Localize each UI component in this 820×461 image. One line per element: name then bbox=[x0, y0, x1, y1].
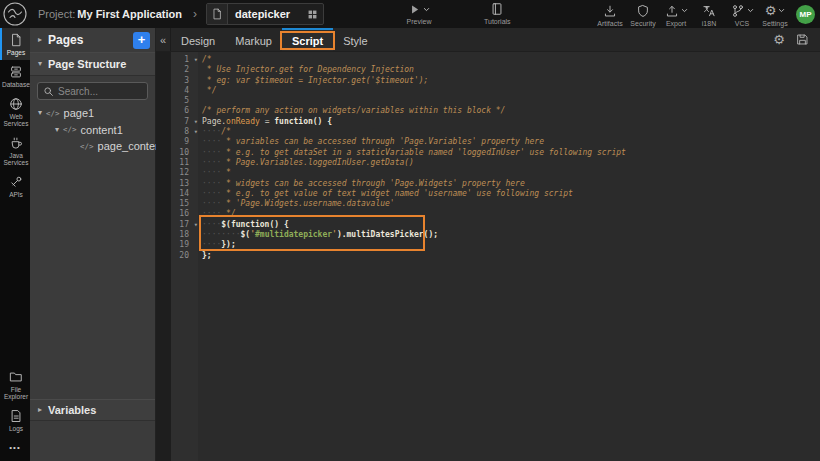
settings-button[interactable]: ⚙Settings bbox=[762, 4, 788, 28]
code-line-20[interactable]: }; bbox=[202, 251, 820, 261]
artifacts-icon bbox=[603, 4, 617, 18]
code-line-16[interactable]: ···· */ bbox=[202, 209, 820, 219]
rail-item-databases[interactable]: Databases bbox=[0, 60, 30, 92]
code-line-18[interactable]: ········$('#multidatepicker').multiDates… bbox=[202, 230, 820, 240]
code-segment: $( bbox=[241, 230, 251, 239]
code-segment: ········ bbox=[202, 230, 241, 239]
widget-code-icon: </> bbox=[46, 109, 60, 118]
caret-right-icon: ▸ bbox=[38, 36, 42, 44]
rail-item-apis[interactable]: APIs bbox=[0, 170, 30, 202]
widget-code-icon: </> bbox=[63, 125, 77, 134]
code-line-15[interactable]: ···· * 'Page.Widgets.username.datavalue' bbox=[202, 199, 820, 209]
rail-item-label: Java Services bbox=[2, 152, 30, 166]
rail-item-java-services[interactable]: Java Services bbox=[0, 131, 30, 170]
code-segment: }; bbox=[202, 251, 212, 260]
line-number: 2 bbox=[171, 65, 198, 75]
rail-item-pages[interactable]: Pages bbox=[0, 28, 30, 60]
code-line-19[interactable]: ····}); bbox=[202, 240, 820, 250]
rail-item-logs[interactable]: Logs bbox=[0, 404, 30, 436]
tab-script[interactable]: Script bbox=[282, 28, 333, 51]
line-number-gutter: 1▾234567▾8▾91011121314151617▾181920 bbox=[171, 52, 198, 461]
code-segment: */ bbox=[221, 209, 235, 218]
code-line-11[interactable]: ···· * Page.Variables.loggedInUser.getDa… bbox=[202, 158, 820, 168]
tree-node-page1[interactable]: ▾</>page1 bbox=[30, 105, 155, 122]
search-box[interactable] bbox=[37, 82, 148, 100]
code-segment: * e.g. to get value of text widget named… bbox=[221, 189, 573, 198]
code-line-3[interactable]: * eg: var $timeout = Injector.get('$time… bbox=[202, 76, 820, 86]
more-options-button[interactable]: ••• bbox=[0, 436, 30, 461]
code-line-4[interactable]: */ bbox=[202, 86, 820, 96]
line-number: 6 bbox=[171, 106, 198, 116]
pages-panel-header[interactable]: ▸ Pages + bbox=[30, 28, 155, 53]
code-content[interactable]: /* * Use Injector.get for Dependency Inj… bbox=[198, 52, 820, 461]
code-line-14[interactable]: ···· * e.g. to get value of text widget … bbox=[202, 189, 820, 199]
code-line-9[interactable]: ···· * variables can be accessed through… bbox=[202, 137, 820, 147]
code-line-2[interactable]: * Use Injector.get for Dependency Inject… bbox=[202, 65, 820, 75]
tab-style[interactable]: Style bbox=[333, 28, 377, 51]
rail-item-label: Pages bbox=[7, 49, 25, 56]
code-line-12[interactable]: ···· * bbox=[202, 168, 820, 178]
rail-item-label: Web Services bbox=[2, 113, 30, 127]
code-segment: ).multiDatesPicker(); bbox=[337, 230, 438, 239]
grid-icon-cell[interactable] bbox=[301, 9, 323, 20]
add-page-button[interactable]: + bbox=[133, 32, 150, 49]
code-line-10[interactable]: ···· * e.g. to get dataSet in a staticVa… bbox=[202, 148, 820, 158]
editor-region: « DesignMarkupScriptStyle ⚙ 1▾234567▾8▾9… bbox=[156, 28, 820, 461]
code-segment: /* bbox=[221, 127, 231, 136]
user-avatar[interactable]: MP bbox=[796, 5, 815, 24]
tree-node-page_content1[interactable]: </>page_content1 bbox=[30, 138, 155, 155]
variables-title: Variables bbox=[48, 404, 96, 416]
tutorials-button[interactable]: Tutorials bbox=[484, 2, 511, 26]
artifacts-button[interactable]: Artifacts bbox=[597, 4, 623, 28]
code-segment: * Use Injector.get for Dependency Inject… bbox=[202, 65, 414, 74]
tree-node-content1[interactable]: ▾</>content1 bbox=[30, 122, 155, 139]
topbar-tools: ArtifactsSecurityExporti18NVCS⚙Settings bbox=[597, 1, 788, 28]
editor-settings-gear-icon[interactable]: ⚙ bbox=[773, 33, 785, 46]
code-line-17[interactable]: ····$(function() { bbox=[202, 220, 820, 230]
code-segment: * eg: var $timeout = Injector.get('$time… bbox=[202, 76, 428, 85]
code-segment: ···· bbox=[202, 240, 221, 249]
code-segment: $(function() { bbox=[221, 220, 288, 229]
save-button[interactable] bbox=[796, 33, 809, 46]
code-segment: Page. bbox=[202, 117, 226, 126]
chevron-right-icon: › bbox=[193, 7, 197, 21]
collapse-panel-button[interactable]: « bbox=[156, 28, 171, 51]
rail-item-web-services[interactable]: Web Services bbox=[0, 92, 30, 131]
code-segment: * Page.Variables.loggedInUser.getData() bbox=[221, 158, 414, 167]
tab-markup[interactable]: Markup bbox=[225, 28, 282, 51]
variables-section-header[interactable]: ▸ Variables bbox=[30, 399, 155, 421]
rail-item-file-explorer[interactable]: File Explorer bbox=[0, 365, 30, 404]
code-line-1[interactable]: /* bbox=[202, 55, 820, 65]
code-segment: ···· bbox=[202, 179, 221, 188]
i18n-button[interactable]: i18N bbox=[696, 4, 722, 28]
chevron-down-icon bbox=[681, 7, 688, 14]
wavemaker-logo[interactable] bbox=[3, 2, 27, 26]
open-page-tab[interactable]: datepicker bbox=[206, 3, 324, 25]
vcs-button[interactable]: VCS bbox=[729, 4, 755, 28]
code-segment: ···· bbox=[202, 199, 221, 208]
code-line-13[interactable]: ···· * widgets can be accessed through '… bbox=[202, 179, 820, 189]
tab-design[interactable]: Design bbox=[171, 28, 225, 51]
code-line-6[interactable]: /* perform any action on widgets/variabl… bbox=[202, 106, 820, 116]
line-number: 18 bbox=[171, 230, 198, 240]
rail-top-items: PagesDatabasesWeb ServicesJava ServicesA… bbox=[0, 28, 30, 202]
rail-bottom-items: File ExplorerLogs bbox=[0, 365, 30, 436]
search-input[interactable] bbox=[58, 86, 142, 97]
tree-node-label: content1 bbox=[81, 124, 123, 136]
caret-down-icon[interactable]: ▾ bbox=[34, 109, 46, 117]
line-number: 17▾ bbox=[171, 220, 198, 230]
preview-button[interactable]: Preview bbox=[406, 2, 432, 26]
code-line-7[interactable]: Page.onReady = function() { bbox=[202, 117, 820, 127]
export-button[interactable]: Export bbox=[663, 4, 689, 28]
code-segment: = bbox=[260, 117, 274, 126]
search-icon bbox=[43, 86, 54, 97]
code-line-5[interactable] bbox=[202, 96, 820, 106]
page-structure-header[interactable]: ▾ Page Structure bbox=[30, 53, 155, 76]
code-line-8[interactable]: ····/* bbox=[202, 127, 820, 137]
caret-down-icon[interactable]: ▾ bbox=[51, 126, 63, 134]
pages-icon bbox=[9, 33, 23, 47]
main-area: PagesDatabasesWeb ServicesJava ServicesA… bbox=[0, 28, 820, 461]
i18n-label: i18N bbox=[702, 20, 716, 28]
line-number: 16 bbox=[171, 209, 198, 219]
security-button[interactable]: Security bbox=[630, 4, 656, 28]
